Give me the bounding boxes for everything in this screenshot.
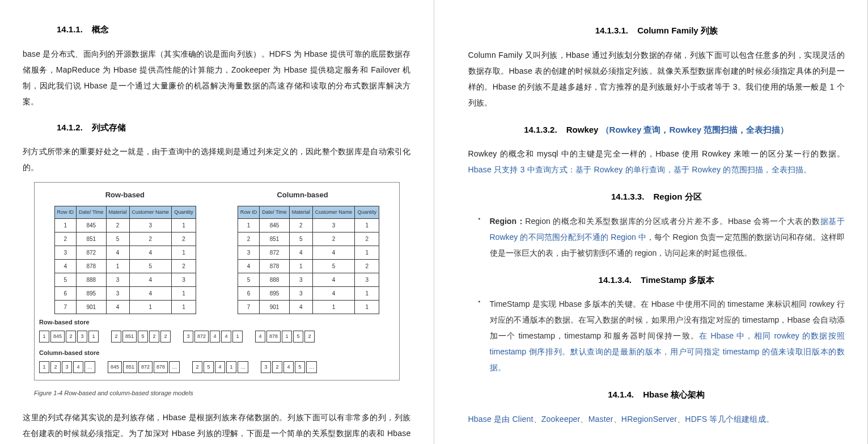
store-cell: 2 — [111, 331, 121, 342]
table-cell: 888 — [260, 273, 290, 286]
figure-row-column: Row-based Column-based Row IDDate/ TimeM… — [34, 182, 400, 380]
store-cell: 1 — [232, 331, 243, 342]
table-cell: 4 — [106, 300, 129, 314]
store-cell: 851 — [123, 361, 137, 373]
table-cell: 4 — [129, 286, 172, 300]
table-cell: 3 — [355, 273, 379, 286]
sec-title: Hbase 核心架构 — [643, 390, 705, 399]
table-cell: 1 — [172, 246, 196, 259]
sec-title: 列式存储 — [92, 122, 126, 132]
table-cell: 2 — [355, 259, 379, 273]
store-cell: 851 — [122, 331, 137, 342]
store-cell: … — [84, 361, 95, 373]
store-cell: 3 — [62, 361, 72, 373]
table-header: Row ID — [238, 206, 260, 218]
heading-14-1-3-2: 14.1.3.2. Rowkey （Rowkey 查询，Rowkey 范围扫描，… — [468, 122, 845, 138]
row-store-cells: 1845231285152238724414878152 — [39, 331, 395, 342]
table-cell: 851 — [77, 232, 107, 246]
column-based-table: Row IDDate/ TimeMaterialCustomer NameQua… — [238, 206, 379, 314]
store-cell — [100, 331, 110, 342]
store-cell: … — [306, 361, 317, 373]
timestamp-list: TimeStamp 是实现 Hbase 多版本的关键。在 Hbase 中使用不同… — [468, 296, 845, 375]
table-cell: 1 — [54, 218, 77, 232]
store-cell: 4 — [215, 361, 225, 373]
table-cell: 4 — [289, 300, 312, 314]
sec-num: 14.1.2. — [57, 120, 83, 136]
heading-14-1-4: 14.1.4. Hbase 核心架构 — [468, 387, 845, 403]
table-cell: 7 — [54, 300, 77, 314]
table-cell: 901 — [260, 300, 290, 314]
store-cell — [249, 361, 260, 373]
store-cell: … — [238, 361, 248, 373]
table-cell: 872 — [260, 246, 290, 259]
table-cell: 1 — [129, 300, 172, 314]
store-cell — [96, 361, 107, 373]
table-cell: 4 — [129, 273, 172, 286]
sec-num: 14.1.4. — [608, 387, 634, 403]
para-arch: Hbase 是由 Client、Zookeeper、Master、HRegion… — [468, 411, 845, 427]
heading-14-1-3-1: 14.1.3.1. Column Family 列族 — [468, 23, 845, 39]
table-cell: 3 — [238, 246, 260, 259]
store-cell: 3 — [261, 361, 271, 373]
table-cell: 2 — [106, 218, 129, 232]
table-header: Date/ Time — [260, 206, 290, 218]
table-cell: 5 — [312, 259, 355, 273]
store-cell: 845 — [108, 361, 122, 373]
store-cell: 1 — [226, 361, 236, 373]
table-cell: 3 — [54, 246, 77, 259]
store-cell: 1 — [39, 361, 49, 373]
store-cell: 1 — [88, 331, 99, 342]
store-cell — [172, 331, 182, 342]
table-cell: 1 — [355, 218, 379, 232]
store-cell: 5 — [138, 331, 148, 342]
timestamp-item: TimeStamp 是实现 Hbase 多版本的关键。在 Hbase 中使用不同… — [479, 296, 845, 375]
table-cell: 5 — [238, 273, 260, 286]
region-item: Region：Region 的概念和关系型数据库的分区或者分片差不多。Hbase… — [479, 213, 845, 261]
para-colfamily: Column Family 又叫列族，Hbase 通过列族划分数据的存储，列族下… — [468, 47, 845, 111]
col-store-cells: 1234…845851872878…2541…3245… — [39, 361, 395, 373]
table-header: Row ID — [54, 206, 77, 218]
table-cell: 1 — [172, 300, 196, 314]
table-cell: 1 — [312, 300, 355, 314]
store-cell: 845 — [50, 331, 65, 342]
table-cell: 888 — [77, 273, 107, 286]
store-cell: 5 — [293, 331, 303, 342]
table-cell: 2 — [54, 232, 77, 246]
store-cell: 3 — [77, 331, 87, 342]
table-cell: 4 — [238, 259, 260, 273]
store-cell: 4 — [283, 361, 294, 373]
table-header: Quantity — [355, 206, 379, 218]
table-cell: 2 — [312, 232, 355, 246]
table-cell: 5 — [129, 259, 172, 273]
store-cell: 2 — [304, 331, 315, 342]
store-cell: 2 — [149, 331, 159, 342]
table-cell: 6 — [54, 286, 77, 300]
store-cell: 2 — [160, 331, 171, 342]
col-store-label: Column-based store — [39, 347, 395, 359]
table-cell: 2 — [355, 232, 379, 246]
sec-num: 14.1.3.1. — [595, 23, 628, 39]
table-cell: 901 — [77, 300, 107, 314]
fig-title-col: Column-based — [277, 188, 328, 202]
table-cell: 2 — [172, 232, 196, 246]
table-cell: 1 — [289, 259, 312, 273]
row-based-table: Row IDDate/ TimeMaterialCustomer NameQua… — [54, 206, 196, 314]
table-cell: 4 — [129, 246, 172, 259]
sec-title: TimeStamp 多版本 — [641, 275, 714, 285]
store-cell: 2 — [192, 361, 202, 373]
table-cell: 851 — [260, 232, 290, 246]
store-cell: 4 — [221, 331, 231, 342]
table-cell: 4 — [312, 273, 355, 286]
store-cell: 4 — [255, 331, 265, 342]
table-cell: 1 — [172, 286, 196, 300]
left-page: 14.1.1. 概念 base 是分布式、面向列的开源数据库（其实准确的说是面向… — [0, 0, 434, 444]
heading-14-1-3-4: 14.1.3.4. TimeStamp 多版本 — [468, 272, 845, 289]
para-column-store: 列方式所带来的重要好处之一就是，由于查询中的选择规则是通过列来定义的，因此整个数… — [23, 143, 411, 175]
sec-num: 14.1.3.4. — [599, 272, 632, 289]
store-cell: 4 — [210, 331, 220, 342]
table-header: Customer Name — [312, 206, 355, 218]
para-colfam-explain: 这里的列式存储其实说的是列族存储，Hbase 是根据列族来存储数据的。列族下面可… — [23, 409, 411, 444]
figure-caption: Figure 1-4 Row-based and column-based st… — [34, 387, 411, 399]
table-cell: 1 — [172, 218, 196, 232]
store-cell: 3 — [183, 331, 193, 342]
